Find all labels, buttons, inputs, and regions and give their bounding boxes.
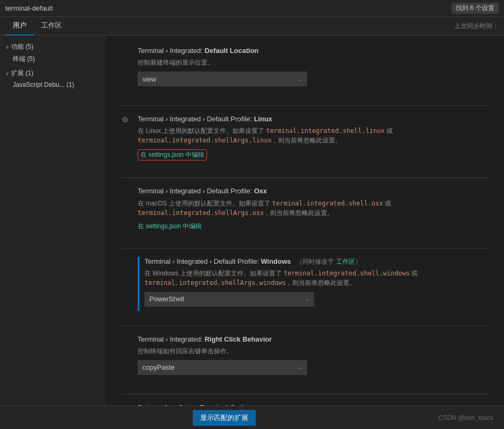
workarea-tag: （同时修改于 工作区）	[296, 258, 361, 265]
sidebar-item-js-debug[interactable]: JavaScript Debu... (1)	[0, 79, 106, 90]
top-bar: terminal-default 找到 6 个设置	[0, 0, 504, 17]
setting-content-linux: Terminal › Integrated › Default Profile:…	[138, 114, 488, 163]
search-term: terminal-default	[5, 4, 53, 12]
setting-desc-rightclick: 控制终端如何回应右键单击操作。	[138, 346, 488, 356]
sidebar-group-extensions[interactable]: ∨ 扩展 (1)	[0, 67, 106, 79]
setting-title-linux: Terminal › Integrated › Default Profile:…	[138, 114, 488, 124]
dropdown-rightclick[interactable]: copyPaste ⌄	[138, 360, 307, 375]
csdn-label: CSDN @ben_black	[438, 414, 493, 422]
sidebar-section-extensions: ∨ 扩展 (1) JavaScript Debu... (1)	[0, 66, 106, 91]
edit-link-osx[interactable]: 在 settings.json 中编辑	[138, 222, 202, 231]
setting-bold-osx: Osx	[254, 187, 267, 195]
setting-content-rightclick: Terminal › Integrated: Right Click Behav…	[138, 335, 488, 379]
setting-desc-windows: 在 Windows 上使用的默认配置文件。如果设置了 terminal.inte…	[145, 269, 488, 288]
code-windows-shell: terminal.integrated.shell.windows	[284, 270, 410, 277]
code-windows-args: terminal.integrated.shellArgs.windows	[145, 279, 286, 287]
dropdown-windows[interactable]: PowerShell ⌄	[145, 292, 314, 307]
setting-icon-osx	[122, 186, 132, 187]
sidebar-item-terminal[interactable]: 终端 (5)	[0, 53, 106, 65]
tabs: 用户 工作区	[5, 16, 69, 35]
setting-desc-default-location: 控制新建终端的显示位置。	[138, 58, 488, 67]
code-osx-args: terminal.integrated.shellArgs.osx	[138, 209, 264, 217]
chevron-down-icon-dropdown3: ⌄	[298, 364, 302, 370]
dropdown-default-location-value: view	[142, 75, 156, 83]
code-linux-args: terminal.integrated.shellArgs.linux	[138, 137, 272, 144]
setting-bold-rightclick: Right Click Behavior	[204, 335, 272, 343]
setting-bold-windows: Windows	[261, 257, 291, 265]
chevron-down-icon: ∨	[5, 44, 9, 50]
setting-content-windows: Terminal › Integrated › Default Profile:…	[138, 257, 488, 311]
search-count: 找到 6 个设置	[452, 3, 499, 14]
show-extensions-button[interactable]: 显示匹配的扩展	[193, 410, 256, 426]
setting-title-osx: Terminal › Integrated › Default Profile:…	[138, 186, 488, 196]
workarea-link[interactable]: 工作区	[336, 258, 355, 265]
setting-desc-osx: 在 macOS 上使用的默认配置文件。如果设置了 terminal.integr…	[138, 199, 488, 218]
bottom-bar: 显示匹配的扩展 CSDN @ben_black	[0, 406, 504, 429]
setting-default-profile-windows: Terminal › Integrated › Default Profile:…	[122, 257, 488, 311]
setting-icon-debugjs	[122, 403, 132, 404]
chevron-down-icon-dropdown2: ⌄	[305, 296, 309, 302]
dropdown-default-location[interactable]: view ⌄	[138, 72, 307, 86]
setting-icon-placeholder	[122, 46, 132, 47]
setting-icon-windows	[122, 257, 132, 258]
sync-time: 上次同步时间：	[454, 22, 499, 31]
divider-5	[122, 394, 488, 395]
setting-title-default-location: Terminal › Integrated: Default Location	[138, 46, 488, 56]
chevron-down-icon-2: ∨	[5, 70, 9, 76]
tab-user[interactable]: 用户	[5, 16, 34, 35]
code-osx-shell: terminal.integrated.shell.osx	[272, 200, 383, 207]
divider-3	[122, 248, 488, 248]
setting-icon-rightclick	[122, 335, 132, 336]
sidebar-group-extensions-label: 扩展 (1)	[11, 69, 33, 78]
setting-bold-linux: Linux	[254, 115, 273, 123]
setting-title-windows: Terminal › Integrated › Default Profile:…	[145, 257, 488, 266]
divider-2	[122, 177, 488, 178]
sidebar-group-features-label: 功能 (5)	[11, 42, 33, 51]
setting-default-profile-linux: ⚙ Terminal › Integrated › Default Profil…	[122, 114, 488, 163]
setting-content-default-location: Terminal › Integrated: Default Location …	[138, 46, 488, 91]
chevron-down-icon-dropdown1: ⌄	[298, 76, 302, 82]
sidebar: ∨ 功能 (5) 终端 (5) ∨ 扩展 (1) JavaScript Debu…	[0, 35, 106, 406]
edit-link-linux[interactable]: 在 settings.json 中编辑	[138, 149, 207, 160]
code-linux-shell: terminal.integrated.shell.linux	[266, 127, 385, 135]
setting-desc-linux: 在 Linux 上使用的默认配置文件。如果设置了 terminal.integr…	[138, 126, 488, 145]
dropdown-windows-value: PowerShell	[149, 295, 184, 303]
divider-4	[122, 326, 488, 326]
setting-default-location: Terminal › Integrated: Default Location …	[122, 46, 488, 91]
setting-default-profile-osx: Terminal › Integrated › Default Profile:…	[122, 186, 488, 233]
dropdown-rightclick-value: copyPaste	[142, 363, 175, 371]
setting-right-click: Terminal › Integrated: Right Click Behav…	[122, 335, 488, 379]
tab-workspace[interactable]: 工作区	[34, 16, 69, 35]
setting-bold-default-location: Default Location	[204, 47, 258, 55]
divider-1	[122, 105, 488, 106]
sidebar-group-features[interactable]: ∨ 功能 (5)	[0, 41, 106, 53]
setting-title-rightclick: Terminal › Integrated: Right Click Behav…	[138, 335, 488, 344]
main-layout: ∨ 功能 (5) 终端 (5) ∨ 扩展 (1) JavaScript Debu…	[0, 35, 504, 406]
gear-icon: ⚙	[122, 114, 132, 124]
setting-content-osx: Terminal › Integrated › Default Profile:…	[138, 186, 488, 233]
sidebar-section-features: ∨ 功能 (5) 终端 (5)	[0, 40, 106, 66]
content-area: Terminal › Integrated: Default Location …	[106, 35, 504, 406]
tab-bar: 用户 工作区 上次同步时间：	[0, 17, 504, 35]
